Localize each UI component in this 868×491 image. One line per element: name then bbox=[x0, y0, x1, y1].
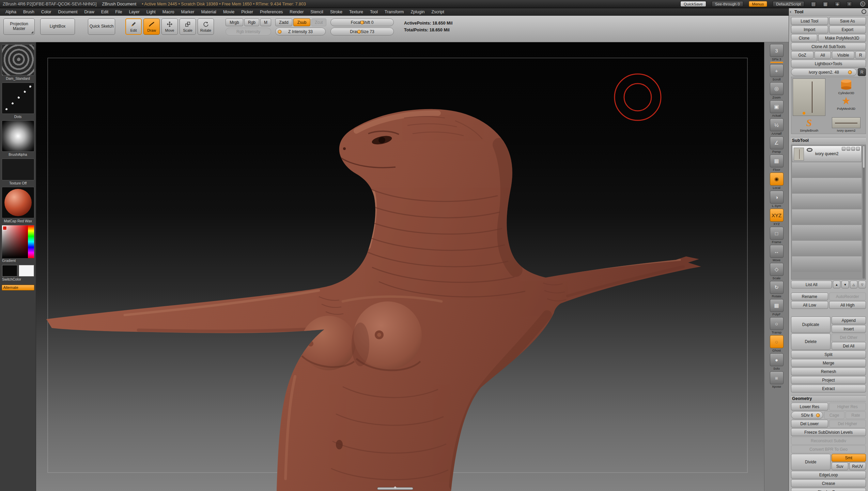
diamond-icon[interactable]: ◈ bbox=[835, 1, 840, 7]
subtool-row-selected[interactable]: ivory queen2 bbox=[792, 146, 862, 162]
remesh-button[interactable]: Remesh bbox=[791, 368, 866, 375]
sculpt-viewport[interactable] bbox=[36, 42, 764, 491]
menu-item[interactable]: Light bbox=[143, 8, 159, 16]
goz-visible-button[interactable]: Visible bbox=[832, 51, 854, 59]
quick-sketch-button[interactable]: Quick Sketch bbox=[88, 18, 115, 35]
panel-menu-icon[interactable] bbox=[862, 9, 866, 14]
right-shelf-button[interactable]: ∠ bbox=[770, 136, 784, 149]
edgeloop-button[interactable]: EdgeLoop bbox=[791, 471, 866, 479]
draw-size-slider[interactable]: Draw Size 73 bbox=[330, 28, 394, 35]
refresh-icon[interactable]: ↻ bbox=[860, 1, 865, 6]
make-polymesh3d-button[interactable]: Make PolyMesh3D bbox=[818, 34, 866, 42]
geometry-section-header[interactable]: Geometry bbox=[791, 395, 866, 402]
zcut-button[interactable]: Zcut bbox=[311, 18, 326, 26]
move-mode-button[interactable]: Move bbox=[161, 18, 178, 35]
load-tool-button[interactable]: Load Tool bbox=[791, 17, 828, 25]
menu-item[interactable]: Preferences bbox=[257, 8, 286, 16]
subtool-section-header[interactable]: SubTool bbox=[791, 137, 866, 144]
material-thumbnail[interactable] bbox=[2, 187, 34, 218]
right-shelf-button[interactable]: ◉ bbox=[770, 173, 784, 185]
m-button[interactable]: M bbox=[260, 18, 271, 26]
active-tool-slider[interactable]: ivory queen2. 48 bbox=[791, 68, 857, 76]
append-button[interactable]: Append bbox=[832, 316, 866, 324]
right-shelf-button[interactable]: ◎ bbox=[770, 82, 784, 95]
menu-item[interactable]: Document bbox=[55, 8, 81, 16]
rate-button[interactable]: Rate bbox=[846, 411, 866, 419]
right-shelf-button[interactable]: XYZ bbox=[770, 209, 784, 222]
see-through-slider[interactable]: See-through 0 bbox=[712, 1, 743, 7]
brush-thumbnail[interactable] bbox=[2, 44, 34, 76]
subtool-empty-row[interactable] bbox=[792, 209, 862, 225]
subtool-bottom-button[interactable]: ▽ bbox=[858, 281, 866, 288]
zsub-button[interactable]: Zsub bbox=[293, 18, 310, 26]
del-other-button[interactable]: Del Other bbox=[832, 333, 866, 341]
rename-button[interactable]: Rename bbox=[791, 293, 828, 300]
menus-button[interactable]: Menus bbox=[749, 1, 768, 7]
eye-icon[interactable] bbox=[807, 148, 812, 152]
simplebrush-tool[interactable]: S SimpleBrush bbox=[793, 117, 825, 132]
subtool-up-button[interactable]: ▲ bbox=[833, 281, 840, 288]
menu-item[interactable]: Tool bbox=[367, 8, 381, 16]
doc-icon[interactable]: ▤ bbox=[811, 1, 816, 7]
menu-item[interactable]: Material bbox=[198, 8, 219, 16]
alpha-thumbnail[interactable] bbox=[2, 120, 34, 152]
edit-mode-button[interactable]: Edit bbox=[125, 18, 142, 35]
stroke-thumbnail[interactable] bbox=[2, 83, 34, 114]
right-shelf-button[interactable]: ↻ bbox=[770, 281, 784, 294]
focal-shift-slider[interactable]: Focal Shift 0 bbox=[330, 18, 394, 26]
document-canvas[interactable] bbox=[36, 42, 764, 491]
right-shelf-button[interactable]: ↔ bbox=[770, 245, 784, 258]
clone-all-subtools-button[interactable]: Clone All SubTools bbox=[791, 43, 866, 50]
zadd-button[interactable]: Zadd bbox=[275, 18, 292, 26]
projection-master-button[interactable]: Projection Master bbox=[3, 18, 35, 35]
subtool-top-button[interactable]: △ bbox=[850, 281, 857, 288]
subtool-scrollbar[interactable] bbox=[863, 146, 865, 279]
delete-button[interactable]: Delete bbox=[791, 333, 831, 350]
menu-item[interactable]: Render bbox=[286, 8, 307, 16]
autoreorder-button[interactable]: AutoReorder bbox=[829, 293, 866, 300]
subtool-icon-4[interactable] bbox=[856, 147, 860, 151]
all-low-button[interactable]: All Low bbox=[791, 301, 828, 309]
rgb-button[interactable]: Rgb bbox=[244, 18, 259, 26]
recent-tool[interactable]: ivory queen2 bbox=[828, 117, 864, 132]
cage-button[interactable]: Cage bbox=[824, 411, 844, 419]
cylinder3d-tool[interactable]: Cylinder3D bbox=[828, 78, 864, 95]
import-button[interactable]: Import bbox=[791, 26, 828, 33]
menu-item[interactable]: Stencil bbox=[307, 8, 327, 16]
grid-icon[interactable]: ▦ bbox=[823, 1, 828, 7]
rgb-intensity-slider[interactable]: Rgb Intensity bbox=[226, 28, 271, 35]
canvas-horizontal-scrollbar[interactable] bbox=[377, 487, 413, 490]
menu-item[interactable]: Picker bbox=[238, 8, 257, 16]
current-tool-preview[interactable] bbox=[793, 78, 825, 116]
lightbox-tools-button[interactable]: Lightbox>Tools bbox=[791, 60, 866, 68]
right-shelf-button[interactable]: ▦ bbox=[770, 299, 784, 312]
menu-item[interactable]: Texture bbox=[346, 8, 367, 16]
clone-button[interactable]: Clone bbox=[791, 34, 817, 42]
right-shelf-button[interactable]: ▣ bbox=[770, 100, 784, 113]
right-shelf-button[interactable]: + bbox=[770, 64, 784, 77]
right-shelf-button[interactable]: ○ bbox=[770, 317, 784, 330]
scale-mode-button[interactable]: Scale bbox=[180, 18, 196, 35]
z-intensity-slider[interactable]: Z Intensity 33 bbox=[275, 28, 326, 35]
default-zscript-button[interactable]: DefaultZScript bbox=[773, 1, 804, 7]
higher-res-button[interactable]: Higher Res bbox=[829, 403, 866, 411]
color-picker[interactable] bbox=[2, 225, 34, 258]
save-as-button[interactable]: Save As bbox=[829, 17, 866, 25]
subtool-icon-2[interactable] bbox=[847, 147, 850, 151]
del-lower-button[interactable]: Del Lower bbox=[791, 420, 828, 428]
rotate-mode-button[interactable]: Rotate bbox=[198, 18, 214, 35]
all-high-button[interactable]: All High bbox=[829, 301, 866, 309]
collapse-panel-icon[interactable]: ‹ bbox=[790, 8, 791, 15]
extract-button[interactable]: Extract bbox=[791, 385, 866, 392]
draw-mode-button[interactable]: Draw bbox=[143, 18, 160, 35]
naga-model[interactable] bbox=[46, 109, 701, 491]
freeze-subdivision-button[interactable]: Freeze SubDivision Levels bbox=[791, 428, 866, 436]
menu-item[interactable]: Layer bbox=[125, 8, 143, 16]
shadowbox-button[interactable]: ShadowBox bbox=[791, 488, 866, 491]
goz-r-button[interactable]: R bbox=[855, 51, 866, 59]
subtool-icon-1[interactable] bbox=[842, 147, 846, 151]
export-button[interactable]: Export bbox=[829, 26, 866, 33]
right-shelf-button[interactable]: ◇ bbox=[770, 263, 784, 276]
menu-item[interactable]: Alpha bbox=[2, 8, 20, 16]
subtool-empty-row[interactable] bbox=[792, 241, 862, 256]
